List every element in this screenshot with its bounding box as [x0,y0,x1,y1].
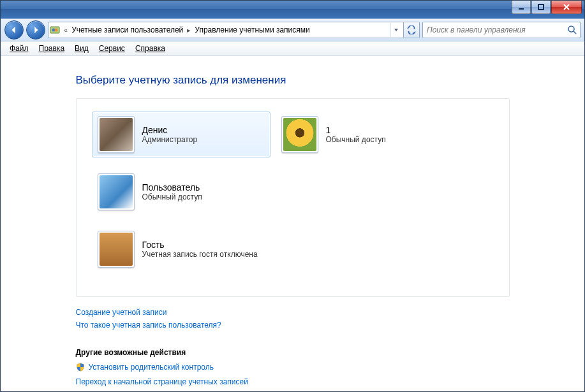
refresh-button[interactable] [404,22,420,38]
user-card-user[interactable]: Пользователь Обычный доступ [92,169,270,215]
window-buttons [511,1,582,13]
back-button[interactable] [4,20,24,40]
page-title: Выберите учетную запись для изменения [76,74,510,87]
avatar-sunflower-icon [283,118,316,151]
menu-help[interactable]: Справка [131,43,169,54]
search-icon [567,25,577,35]
avatar [281,116,318,153]
avatar [98,173,135,210]
refresh-icon [407,25,416,34]
user-role: Обычный доступ [326,135,386,144]
titlebar [1,1,584,18]
user-role: Администратор [142,135,198,144]
other-actions: Установить родительский контроль Переход… [76,361,510,388]
address-dropdown[interactable] [390,23,402,37]
content-inner: Выберите учетную запись для изменения Де… [76,74,510,388]
avatar [98,231,135,268]
menu-tools[interactable]: Сервис [95,43,129,54]
minimize-button[interactable] [512,1,531,14]
maximize-icon [537,3,545,11]
user-grid: Денис Администратор 1 Обычный доступ [92,108,494,280]
chevron-down-icon [394,27,399,33]
other-actions-title: Другие возможные действия [76,348,510,357]
users-box: Денис Администратор 1 Обычный доступ [76,98,510,297]
user-card-guest[interactable]: Гость Учетная запись гостя отключена [92,226,334,272]
user-card-1[interactable]: 1 Обычный доступ [276,112,454,157]
avatar-cat-icon [100,118,133,151]
user-card-denis[interactable]: Денис Администратор [92,112,270,157]
link-parental-controls[interactable]: Установить родительский контроль [89,363,214,372]
user-role: Обычный доступ [142,192,202,201]
avatar-coaster-icon [100,175,133,208]
svg-point-5 [568,26,574,32]
menu-file[interactable]: Файл [6,43,33,54]
svg-rect-1 [538,4,544,10]
breadcrumb-seg-1[interactable]: Учетные записи пользователей [71,25,183,34]
maximize-button[interactable] [531,1,551,14]
link-create-account[interactable]: Создание учетной записи [76,308,167,317]
menu-view[interactable]: Вид [71,43,93,54]
breadcrumb-seg-2[interactable]: Управление учетными записями [195,25,309,34]
avatar [98,116,135,153]
breadcrumb-chevron-icon: ▸ [186,26,192,34]
breadcrumb-prefix: « [63,26,69,34]
forward-button[interactable] [26,20,45,40]
link-accounts-home[interactable]: Переход к начальной странице учетных зап… [76,377,248,386]
back-arrow-icon [10,25,19,34]
user-name: Пользователь [142,182,202,192]
svg-rect-0 [519,8,524,10]
forward-arrow-icon [31,25,40,34]
control-panel-icon [50,25,60,35]
user-role: Учетная запись гостя отключена [142,250,258,259]
avatar-suitcase-icon [100,233,133,266]
link-what-is-account[interactable]: Что такое учетная запись пользователя? [76,321,221,330]
nav-row: « Учетные записи пользователей ▸ Управле… [1,18,584,41]
user-name: Денис [142,125,198,135]
search-input[interactable] [426,25,567,35]
search-box[interactable] [422,22,581,38]
svg-line-6 [574,31,576,34]
links-block: Создание учетной записи Что такое учетна… [76,306,510,331]
user-name: Гость [142,240,258,250]
user-name: 1 [326,125,386,135]
svg-point-4 [55,29,58,32]
explorer-window: « Учетные записи пользователей ▸ Управле… [0,0,585,392]
menu-bar: Файл Правка Вид Сервис Справка [1,41,584,56]
content-area: Выберите учетную запись для изменения Де… [1,56,584,391]
address-bar[interactable]: « Учетные записи пользователей ▸ Управле… [48,22,404,38]
shield-icon [76,363,85,372]
menu-edit[interactable]: Правка [35,43,69,54]
close-button[interactable] [551,1,582,14]
close-icon [563,3,570,11]
minimize-icon [517,3,525,11]
